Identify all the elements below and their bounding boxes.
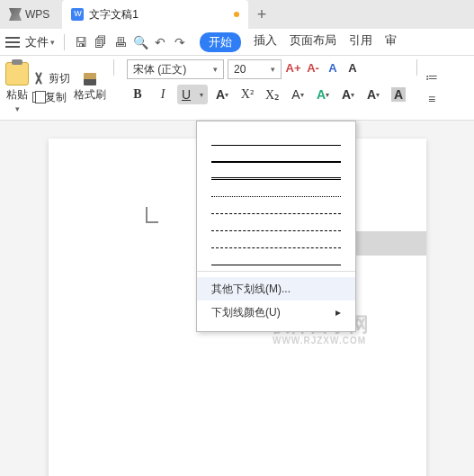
tab-ref[interactable]: 引用 — [349, 32, 372, 52]
text-cursor-icon — [146, 221, 158, 223]
new-tab-button[interactable]: + — [248, 1, 275, 28]
font-size-select[interactable]: 20 ▾ — [228, 59, 282, 79]
redo-icon[interactable]: ↷ — [173, 35, 187, 49]
cut-label: 剪切 — [49, 71, 70, 86]
format-brush-button[interactable]: 格式刷 — [74, 59, 106, 116]
subscript-button[interactable]: X₂ — [262, 85, 283, 104]
grow-font-button[interactable]: A+ — [285, 59, 301, 76]
tab-review[interactable]: 审 — [385, 32, 397, 52]
app-home-button[interactable]: WPS — [0, 0, 58, 29]
copy-label: 复制 — [45, 90, 67, 105]
underline-dropdown: 其他下划线(M)... 下划线颜色(U) ▸ — [196, 121, 356, 332]
brush-label: 格式刷 — [74, 87, 106, 103]
undo-icon[interactable]: ↶ — [153, 35, 167, 49]
font-color-button[interactable]: A▾ — [362, 85, 384, 104]
underline-style-dotted[interactable] — [211, 183, 341, 197]
underline-style-solid[interactable] — [211, 131, 341, 146]
strike-button[interactable]: A▾ — [211, 85, 233, 104]
print-icon[interactable]: 🖶 — [113, 35, 128, 49]
copy-button[interactable]: 复制 — [32, 90, 70, 105]
chevron-down-icon: ▾ — [300, 91, 304, 99]
divider — [113, 59, 114, 76]
chevron-down-icon: ▾ — [15, 104, 20, 113]
print-preview-icon[interactable]: 🗐 — [94, 35, 108, 49]
change-case-button[interactable]: A▾ — [287, 85, 309, 104]
document-tab[interactable]: 文字文稿1 — [62, 0, 248, 29]
underline-glyph: U — [182, 87, 191, 102]
bullets-button[interactable]: ≔ — [425, 70, 439, 85]
cut-button[interactable]: 剪切 — [32, 71, 70, 86]
preview-icon[interactable]: 🔍 — [133, 35, 148, 49]
italic-button[interactable]: I — [152, 85, 174, 104]
file-menu[interactable]: 文件 ▾ — [25, 34, 55, 50]
paste-icon — [5, 62, 29, 85]
underline-button[interactable]: U ▾ — [177, 85, 208, 104]
superscript-button[interactable]: X² — [237, 85, 258, 104]
underline-color-label: 下划线颜色(U) — [211, 305, 281, 320]
save-icon[interactable]: 🖫 — [74, 35, 88, 49]
paste-button[interactable]: 粘贴 ▾ — [5, 59, 29, 116]
bold-button[interactable]: B — [127, 85, 148, 104]
chevron-down-icon: ▾ — [225, 91, 228, 99]
separator — [197, 271, 355, 272]
tab-start[interactable]: 开始 — [200, 32, 241, 52]
underline-style-thick[interactable] — [211, 148, 341, 163]
text-effect-button[interactable]: A▾ — [312, 85, 334, 104]
font-size-value: 20 — [234, 63, 246, 76]
underline-style-dash-dot[interactable] — [211, 217, 341, 231]
tab-insert[interactable]: 插入 — [254, 32, 277, 52]
file-label: 文件 — [25, 34, 49, 50]
font-name-value: 宋体 (正文) — [133, 62, 186, 77]
unsaved-dot-icon — [234, 12, 239, 17]
hamburger-icon[interactable] — [5, 37, 20, 48]
paste-label: 粘贴 — [6, 87, 28, 103]
char-shading-button[interactable]: A — [388, 85, 409, 104]
underline-style-dash-dot-dot[interactable] — [211, 234, 341, 248]
doc-icon — [71, 8, 84, 21]
clear-format-button[interactable]: A — [325, 59, 341, 76]
more-underlines-label: 其他下划线(M)... — [211, 282, 291, 297]
divider — [416, 59, 417, 76]
underline-style-wave[interactable] — [211, 251, 341, 265]
wps-logo-icon — [9, 8, 22, 21]
font-name-select[interactable]: 宋体 (正文) ▾ — [127, 59, 224, 79]
tab-title: 文字文稿1 — [89, 7, 139, 22]
app-label: WPS — [25, 8, 49, 21]
highlight-button[interactable]: A▾ — [337, 85, 359, 104]
cut-icon — [32, 72, 45, 85]
shrink-font-button[interactable]: A- — [305, 59, 321, 76]
submenu-arrow-icon: ▸ — [335, 306, 341, 319]
more-underlines-item[interactable]: 其他下划线(M)... — [197, 277, 355, 301]
chevron-down-icon: ▾ — [200, 91, 203, 99]
underline-color-item[interactable]: 下划线颜色(U) ▸ — [197, 301, 355, 324]
copy-icon — [32, 92, 41, 103]
brush-icon — [84, 73, 96, 85]
tab-layout[interactable]: 页面布局 — [290, 32, 336, 52]
underline-style-dashed[interactable] — [211, 200, 341, 214]
divider — [64, 34, 65, 50]
chevron-down-icon: ▾ — [213, 65, 218, 74]
char-style-button[interactable]: A — [344, 59, 361, 76]
align-button[interactable]: ≡ — [425, 92, 439, 106]
chevron-down-icon: ▾ — [50, 38, 55, 47]
underline-style-double[interactable] — [211, 166, 341, 180]
chevron-down-icon: ▾ — [271, 65, 275, 74]
